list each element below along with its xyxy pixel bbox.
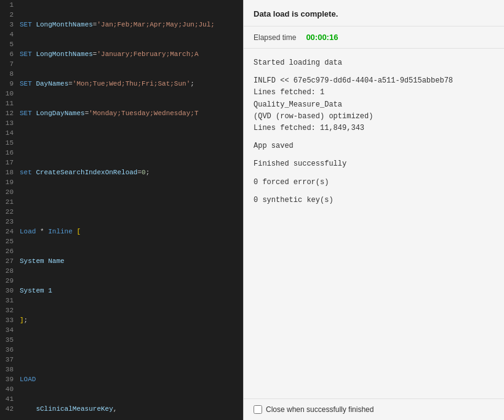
log-line-errors: 0 forced error(s) xyxy=(254,177,494,188)
log-line-qvd: (QVD (row-based) optimized) xyxy=(254,111,494,123)
close-checkbox-label: Close when successfully finished xyxy=(266,405,374,414)
log-line-qmd: Quality_Measure_Data xyxy=(254,99,494,111)
output-log: Started loading data INLFD << 67e5c979-d… xyxy=(244,49,504,398)
log-line-synthetic: 0 synthetic key(s) xyxy=(254,195,494,206)
output-header: Data load is complete. xyxy=(244,0,504,26)
log-line-lines2: Lines fetched: 11,849,343 xyxy=(254,123,494,134)
close-checkbox[interactable] xyxy=(254,405,262,414)
elapsed-value: 00:00:16 xyxy=(306,33,338,42)
line-numbers: 12345 678910 1112131415 1617181920 21222… xyxy=(0,0,17,420)
log-line-started: Started loading data xyxy=(254,57,494,69)
log-line-inlfd: INLFD << 67e5c979-dd6d-4404-a511-9d515ab… xyxy=(254,75,494,87)
log-line-lines1: Lines fetched: 1 xyxy=(254,87,494,99)
output-panel: Data load is complete. Elapsed time 00:0… xyxy=(243,0,504,420)
elapsed-label: Elapsed time xyxy=(254,33,296,42)
log-line-finished: Finished successfully xyxy=(254,158,494,170)
close-checkbox-wrapper[interactable]: Close when successfully finished xyxy=(254,405,374,414)
output-footer: Close when successfully finished xyxy=(244,398,504,420)
output-title: Data load is complete. xyxy=(254,9,338,18)
code-content[interactable]: SET LongMonthNames='Jan;Feb;Mar;Apr;May;… xyxy=(17,0,243,420)
elapsed-row: Elapsed time 00:00:16 xyxy=(244,26,504,49)
code-editor: 12345 678910 1112131415 1617181920 21222… xyxy=(0,0,243,420)
log-line-appsaved: App saved xyxy=(254,140,494,152)
